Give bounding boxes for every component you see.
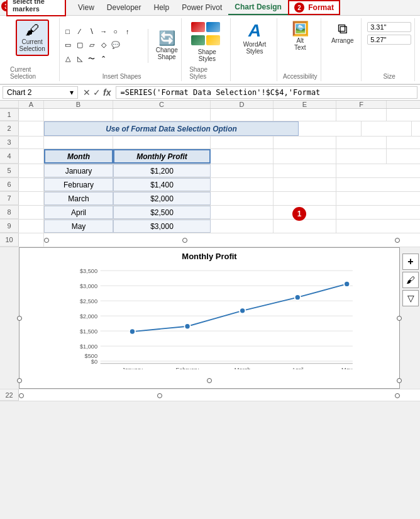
cell-b6[interactable]: February [44, 178, 113, 191]
col-header-a[interactable]: A [19, 101, 44, 108]
tab-format[interactable]: 2 Format [288, 0, 340, 15]
cell-e9[interactable]: select the markers [274, 220, 336, 233]
cell-e4[interactable] [274, 149, 336, 164]
cell-e3[interactable] [274, 137, 336, 149]
resize-handle-22-left[interactable] [19, 393, 24, 398]
shape-line2[interactable]: ∖ [86, 26, 97, 37]
formula-input[interactable]: =SERIES('Format Data Selection'!$C$4,'Fo… [116, 86, 417, 99]
shape-styles-button[interactable]: Shape Styles [187, 20, 226, 65]
shape-chevron[interactable]: ⌃ [98, 53, 109, 65]
col-header-b[interactable]: B [44, 101, 113, 108]
resize-handle-left-mid[interactable] [17, 316, 22, 321]
cell-b7[interactable]: March [44, 192, 113, 205]
cell-a4[interactable] [19, 149, 44, 164]
cell-a5[interactable] [19, 164, 44, 177]
cell-b3[interactable] [44, 137, 113, 149]
resize-handle-bottom-left[interactable] [17, 378, 22, 383]
cell-d5[interactable] [211, 164, 274, 177]
cell-b1[interactable] [44, 109, 113, 121]
cell-c7[interactable]: $2,000 [113, 192, 211, 205]
cell-a9[interactable] [19, 220, 44, 233]
alt-text-button[interactable]: 🖼️ Alt Text [286, 20, 314, 53]
cell-d9[interactable] [211, 220, 274, 233]
data-point-feb[interactable] [184, 323, 190, 329]
cell-d4[interactable] [211, 149, 274, 164]
cell-c1[interactable] [113, 109, 211, 121]
chart-style-button[interactable]: 🖌 [402, 272, 419, 288]
shape-triangle[interactable]: △ [62, 53, 74, 65]
cell-a7[interactable] [19, 192, 44, 205]
col-header-f[interactable]: F [336, 101, 387, 108]
tab-help[interactable]: Help [148, 1, 176, 14]
cell-a1[interactable] [19, 109, 44, 121]
col-header-e[interactable]: E [274, 101, 336, 108]
shape-snip-rect[interactable]: ▱ [86, 40, 97, 51]
cell-a8[interactable] [19, 206, 44, 219]
cell-c8[interactable]: $2,500 [113, 206, 211, 219]
shape-arrow1[interactable]: → [98, 26, 109, 37]
col-header-d[interactable]: D [211, 101, 274, 108]
resize-handle-22-right[interactable] [395, 393, 400, 398]
cell-e2[interactable] [299, 121, 362, 136]
confirm-button[interactable]: ✓ [93, 87, 101, 98]
cell-e5[interactable] [274, 164, 336, 177]
chart-box[interactable]: Monthly Profit $3,500 $3,000 $2,500 $2,0… [19, 247, 400, 389]
change-shape-button[interactable]: 🔄 Change Shape [152, 29, 182, 63]
shape-wave[interactable]: 〜 [86, 53, 97, 65]
resize-handle-top-left[interactable] [44, 238, 49, 243]
current-selection-button[interactable]: 🖌 Current Selection [16, 20, 49, 56]
data-point-may[interactable] [344, 281, 350, 287]
data-point-jan[interactable] [130, 328, 135, 334]
cell-b2-title[interactable]: Use of Format Data Selection Option [44, 121, 299, 136]
data-point-mar[interactable] [240, 308, 245, 313]
height-input[interactable]: 3.31" [367, 22, 411, 32]
tab-developer[interactable]: Developer [101, 1, 148, 14]
wordart-styles-button[interactable]: A WordArt Styles [240, 20, 270, 57]
col-header-c[interactable]: C [113, 101, 211, 108]
resize-handle-right-mid[interactable] [397, 316, 402, 321]
cell-c4-profit[interactable]: Monthly Profit [113, 149, 211, 164]
fx-button[interactable]: fx [103, 87, 111, 98]
cell-d3[interactable] [211, 137, 274, 149]
width-input[interactable]: 5.27" [367, 35, 411, 45]
shape-callout[interactable]: 💬 [110, 40, 121, 51]
chart-add-element-button[interactable]: + [402, 254, 419, 270]
shape-text-box[interactable]: □ [62, 26, 74, 37]
cell-c5[interactable]: $1,200 [113, 164, 211, 177]
cell-e6[interactable] [274, 178, 336, 191]
cell-a10[interactable] [19, 233, 44, 247]
cell-b4-month[interactable]: Month [44, 149, 113, 164]
cell-e1[interactable] [274, 109, 336, 121]
arrange-button[interactable]: ⧉ Arrange [328, 20, 358, 47]
shape-up-arrow[interactable]: ↑ [122, 26, 133, 37]
cell-f4[interactable] [336, 149, 387, 164]
cell-e7[interactable] [274, 192, 336, 205]
cell-c9[interactable]: $3,000 [113, 220, 211, 233]
tab-view[interactable]: View [72, 1, 101, 14]
cell-f1[interactable] [336, 109, 387, 121]
shape-diamond[interactable]: ◇ [98, 40, 109, 51]
cell-d7[interactable] [211, 192, 274, 205]
resize-handle-top-right[interactable] [395, 238, 400, 243]
cell-d1[interactable] [211, 109, 274, 121]
resize-handle-bottom-right[interactable] [397, 378, 402, 383]
cell-a3[interactable] [19, 137, 44, 149]
chart-filter-button[interactable]: ▽ [402, 290, 419, 306]
data-point-apr[interactable] [295, 294, 301, 300]
cell-b5[interactable]: January [44, 164, 113, 177]
name-box-dropdown-icon[interactable]: ▾ [70, 88, 74, 97]
cancel-button[interactable]: ✕ [83, 87, 91, 98]
cell-b9[interactable]: May [44, 220, 113, 233]
cell-b8[interactable]: April [44, 206, 113, 219]
cell-f2[interactable] [362, 121, 412, 136]
tab-power-pivot[interactable]: Power Pivot [175, 1, 228, 14]
shape-rtriangle[interactable]: ◺ [74, 53, 86, 65]
shape-rect[interactable]: ▭ [62, 40, 74, 51]
shape-rounded-rect[interactable]: ▢ [74, 40, 86, 51]
shape-oval[interactable]: ○ [110, 26, 121, 37]
shape-line1[interactable]: ∕ [74, 26, 86, 37]
cell-a2[interactable] [19, 121, 44, 136]
cell-a6[interactable] [19, 178, 44, 191]
resize-handle-22-mid[interactable] [157, 393, 162, 398]
name-box[interactable]: Chart 2 ▾ [3, 86, 78, 99]
